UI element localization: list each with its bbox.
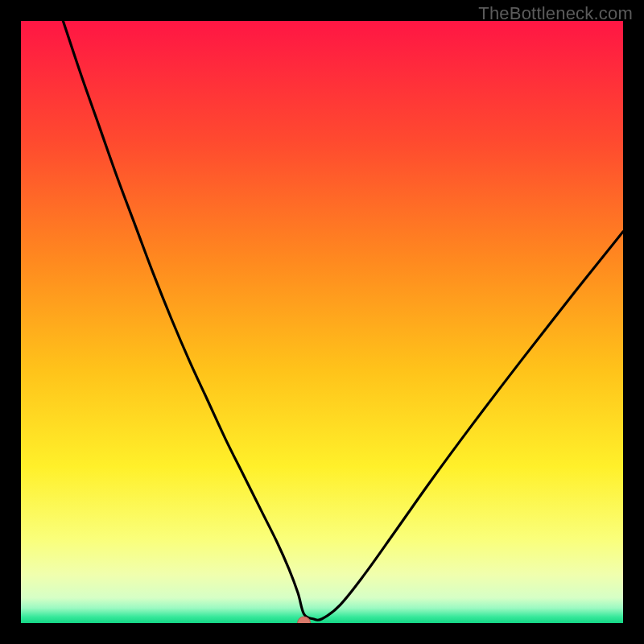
gradient-background	[21, 21, 623, 623]
chart-frame: TheBottleneck.com	[0, 0, 644, 644]
chart-svg	[21, 21, 623, 623]
plot-area	[21, 21, 623, 623]
watermark-text: TheBottleneck.com	[478, 3, 633, 24]
